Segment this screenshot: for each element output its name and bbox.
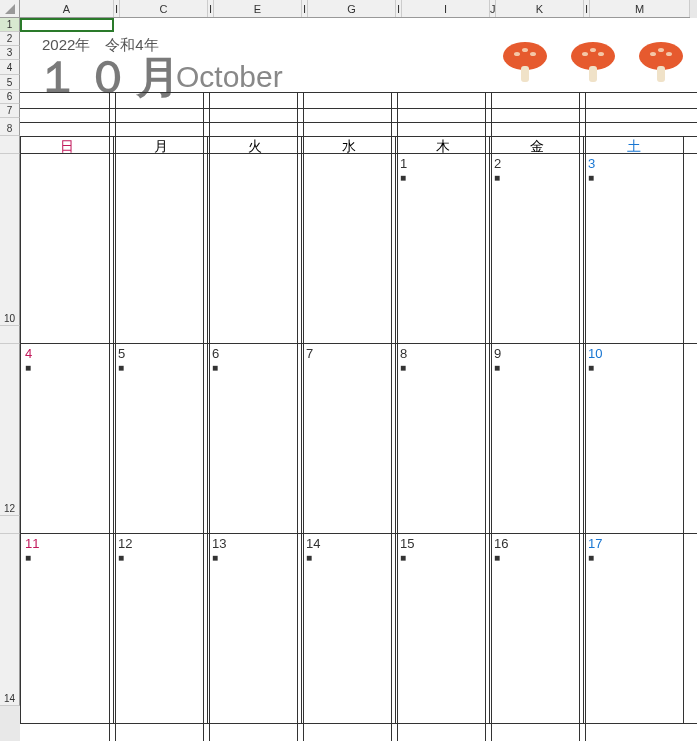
- calendar-cell[interactable]: 17■: [584, 534, 684, 723]
- date-number: 10: [588, 346, 602, 361]
- dow-label: 日: [20, 137, 114, 153]
- day-of-week-row: 日月火水木金土: [20, 136, 697, 154]
- rule-line: [20, 92, 697, 93]
- calendar-cell[interactable]: 10■: [584, 344, 684, 533]
- active-cell[interactable]: [20, 18, 114, 32]
- dow-label: 月: [114, 137, 208, 153]
- date-number: 9: [494, 346, 501, 361]
- svg-point-10: [639, 42, 683, 70]
- svg-point-13: [658, 48, 664, 52]
- month-jp: １０月: [36, 48, 186, 107]
- calendar-cell[interactable]: 15■: [396, 534, 490, 723]
- day-marker: ■: [400, 362, 406, 373]
- calendar-row: 1■2■3■: [20, 154, 697, 344]
- mushroom-icon: [635, 36, 687, 92]
- mushroom-icon: [499, 36, 551, 92]
- column-header[interactable]: C: [120, 0, 208, 17]
- dow-label: 水: [302, 137, 396, 153]
- day-marker: ■: [118, 552, 124, 563]
- calendar-cell[interactable]: [114, 154, 208, 343]
- row-header[interactable]: 6: [0, 90, 20, 104]
- calendar-row: 11■12■13■14■15■16■17■: [20, 534, 697, 724]
- row-headers: 12345678101214: [0, 18, 20, 706]
- dow-label: 火: [208, 137, 302, 153]
- row-header[interactable]: 7: [0, 104, 20, 118]
- date-number: 6: [212, 346, 219, 361]
- row-header[interactable]: 4: [0, 60, 20, 75]
- row-header[interactable]: 12: [0, 344, 20, 516]
- date-number: 7: [306, 346, 313, 361]
- rule-line: [20, 108, 697, 109]
- day-marker: ■: [212, 362, 218, 373]
- calendar-cell[interactable]: 4■: [20, 344, 114, 533]
- calendar-cell[interactable]: 9■: [490, 344, 584, 533]
- calendar-cell[interactable]: 13■: [208, 534, 302, 723]
- calendar-cell[interactable]: 6■: [208, 344, 302, 533]
- svg-point-12: [666, 52, 672, 56]
- row-header[interactable]: [0, 136, 20, 154]
- svg-rect-14: [657, 66, 665, 82]
- row-header[interactable]: 8: [0, 118, 20, 136]
- calendar-cell[interactable]: [20, 154, 114, 343]
- calendar-cell[interactable]: 5■: [114, 344, 208, 533]
- column-header[interactable]: E: [214, 0, 302, 17]
- rule-line: [20, 122, 697, 123]
- row-header[interactable]: 5: [0, 75, 20, 90]
- calendar-cell[interactable]: 14■: [302, 534, 396, 723]
- dow-label: 金: [490, 137, 584, 153]
- dow-label: 木: [396, 137, 490, 153]
- row-header[interactable]: 14: [0, 534, 20, 706]
- calendar-cell[interactable]: 2■: [490, 154, 584, 343]
- day-marker: ■: [25, 552, 31, 563]
- calendar-cell[interactable]: [302, 154, 396, 343]
- svg-point-8: [590, 48, 596, 52]
- calendar-body: 1■2■3■4■5■6■78■9■10■11■12■13■14■15■16■17…: [20, 154, 697, 724]
- row-header[interactable]: 2: [0, 32, 20, 46]
- date-number: 12: [118, 536, 132, 551]
- column-header[interactable]: G: [308, 0, 396, 17]
- row-header[interactable]: 1: [0, 18, 20, 32]
- calendar-cell[interactable]: 11■: [20, 534, 114, 723]
- svg-point-7: [598, 52, 604, 56]
- row-header[interactable]: [0, 326, 20, 344]
- day-marker: ■: [588, 362, 594, 373]
- day-marker: ■: [494, 172, 500, 183]
- svg-point-11: [650, 52, 656, 56]
- svg-point-1: [514, 52, 520, 56]
- calendar-cell[interactable]: 16■: [490, 534, 584, 723]
- spreadsheet: AICIEIGIIJKIM 12345678101214 2022年 令和4年 …: [0, 0, 697, 741]
- row-header[interactable]: [0, 516, 20, 534]
- dow-label: 土: [584, 137, 684, 153]
- date-number: 3: [588, 156, 595, 171]
- worksheet-area[interactable]: 2022年 令和4年 １０月 October 日月火水木金土 1■2■3■4■5…: [20, 18, 697, 741]
- date-number: 4: [25, 346, 32, 361]
- select-all-corner[interactable]: [0, 0, 20, 18]
- column-header[interactable]: K: [496, 0, 584, 17]
- date-number: 5: [118, 346, 125, 361]
- svg-point-3: [522, 48, 528, 52]
- calendar-cell[interactable]: 12■: [114, 534, 208, 723]
- calendar-cell[interactable]: [208, 154, 302, 343]
- calendar-cell[interactable]: 8■: [396, 344, 490, 533]
- svg-rect-4: [521, 66, 529, 82]
- row-header[interactable]: 3: [0, 46, 20, 60]
- svg-point-5: [571, 42, 615, 70]
- calendar-cell[interactable]: 7: [302, 344, 396, 533]
- day-marker: ■: [494, 552, 500, 563]
- day-marker: ■: [588, 172, 594, 183]
- date-number: 17: [588, 536, 602, 551]
- column-header[interactable]: M: [590, 0, 690, 17]
- row-header[interactable]: 10: [0, 154, 20, 326]
- day-marker: ■: [25, 362, 31, 373]
- date-number: 13: [212, 536, 226, 551]
- calendar-cell[interactable]: 3■: [584, 154, 684, 343]
- column-header[interactable]: A: [20, 0, 114, 17]
- svg-point-6: [582, 52, 588, 56]
- day-marker: ■: [400, 552, 406, 563]
- day-marker: ■: [212, 552, 218, 563]
- column-headers: AICIEIGIIJKIM: [20, 0, 690, 18]
- column-header[interactable]: I: [402, 0, 490, 17]
- calendar-cell[interactable]: 1■: [396, 154, 490, 343]
- date-number: 15: [400, 536, 414, 551]
- date-number: 16: [494, 536, 508, 551]
